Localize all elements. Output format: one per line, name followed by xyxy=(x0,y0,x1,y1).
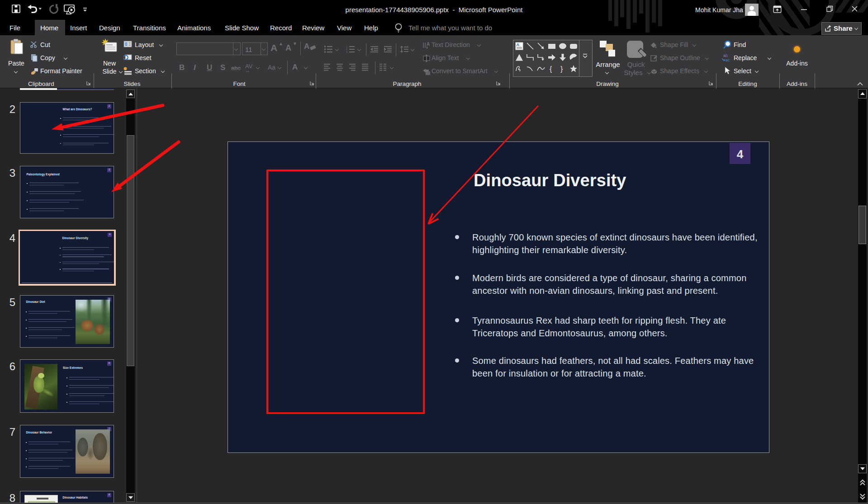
svg-text:A: A xyxy=(517,42,520,47)
svg-text:ac: ac xyxy=(726,58,730,62)
svg-text:}: } xyxy=(560,65,563,73)
svg-text:3: 3 xyxy=(346,51,347,53)
svg-text:{: { xyxy=(550,65,552,73)
svg-text:A: A xyxy=(427,42,430,47)
svg-text:b: b xyxy=(726,53,728,58)
